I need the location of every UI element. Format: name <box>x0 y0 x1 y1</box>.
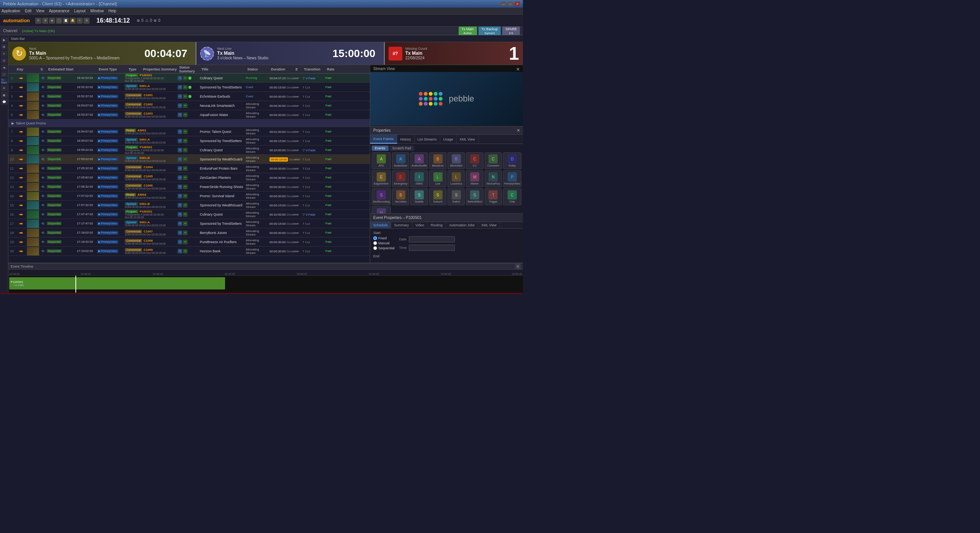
palette-tab-events[interactable]: Events <box>372 146 389 151</box>
tx-backup-button[interactable]: Tx BackupSynced <box>479 26 501 36</box>
sidebar-icon-2[interactable]: ≡ <box>1 51 8 57</box>
sidebar-icon-7[interactable]: ◉ <box>1 92 8 98</box>
ep-tab-automation[interactable]: Automation Jobs <box>446 222 478 228</box>
ep-tab-video[interactable]: Video <box>412 222 428 228</box>
table-row[interactable]: 8 ➡ ⟲ Sequential 16:55:07:02 ▶ PrimaryVi… <box>8 136 370 146</box>
date-input[interactable] <box>409 236 455 242</box>
sidebar-icon-4[interactable]: ◈ <box>1 64 8 70</box>
sidebar-icon-1[interactable]: ⊞ <box>1 44 8 50</box>
palette-item-trigger[interactable]: TTrigger <box>485 188 502 205</box>
table-row[interactable]: 9 ➡ ⟲ Sequential 16:55:22:02 ▶ PrimaryVi… <box>8 146 370 155</box>
table-row[interactable]: 14 ➡ ⟲ Sequential 17:07:02:02 ▶ PrimaryV… <box>8 191 370 201</box>
toolbar-icon-7[interactable]: ≡ <box>77 18 83 24</box>
palette-item-blockend[interactable]: BBlockEnd <box>429 152 446 169</box>
palette-item-emergency[interactable]: EEmergency <box>392 170 409 187</box>
minimize-button[interactable]: — <box>501 2 506 6</box>
sidebar-icon-8[interactable]: 💬 <box>1 99 8 105</box>
table-row[interactable]: 1 ➡ ⟲ Sequential 16:42:22:02 ▶ PrimaryVi… <box>8 74 370 83</box>
palette-item-audiomixer[interactable]: AAudioMixer <box>392 152 409 169</box>
palette-item-subtitle[interactable]: SSubtitle <box>410 188 428 205</box>
ep-tab-routing[interactable]: Routing <box>428 222 446 228</box>
properties-close-button[interactable]: ✕ <box>517 128 520 132</box>
timeline-bar[interactable]: P100S01 ~ ~cx main <box>9 277 225 289</box>
palette-item-blockstart[interactable]: BBlockStart <box>448 152 465 169</box>
sidebar-icon-3[interactable]: ⊙ <box>1 57 8 64</box>
table-row[interactable]: 20 ➡ ⟲ Sequential 17:19:02:02 ▶ PrimaryV… <box>8 247 370 256</box>
time-input[interactable] <box>409 245 455 251</box>
table-row[interactable]: 18 ➡ ⟲ Sequential 17:18:02:02 ▶ PrimaryV… <box>8 228 370 237</box>
table-row[interactable]: ▶ Talent Quest Promo <box>8 119 370 127</box>
palette-item-secvideo[interactable]: SSecVideo <box>392 188 409 205</box>
table-row[interactable]: 16 ➡ ⟲ Sequential 17:07:47:02 ▶ PrimaryV… <box>8 210 370 219</box>
table-row[interactable]: 4 ➡ ⟲ Sequential 16:53:07:02 ▶ PrimaryVi… <box>8 101 370 110</box>
palette-item-comment[interactable]: CComment <box>485 152 502 169</box>
palette-item-chip[interactable]: CChip <box>503 188 521 205</box>
menu-application[interactable]: Application <box>2 9 20 13</box>
palette-item-cc[interactable]: CCC <box>466 152 483 169</box>
timeline-close-button[interactable]: ✕ <box>515 264 521 269</box>
palette-item-vps[interactable]: VVPS <box>372 206 391 213</box>
menu-appearance[interactable]: Appearance <box>49 9 70 13</box>
sidebar-icon-5[interactable]: ⬡ <box>1 71 8 77</box>
palette-item-switch[interactable]: SSwitch <box>448 188 465 205</box>
tab-usage[interactable]: Usage <box>440 135 457 144</box>
fixed-option[interactable]: Fixed <box>373 236 395 240</box>
palette-item-marker[interactable]: MMarker <box>466 170 483 187</box>
menu-window[interactable]: Window <box>90 9 104 13</box>
sequential-option[interactable]: Sequential <box>373 246 395 250</box>
tab-history[interactable]: History <box>397 135 415 144</box>
sidebar-icon-arrow[interactable]: ▶ <box>1 37 8 43</box>
schedule-body[interactable]: 1 ➡ ⟲ Sequential 16:42:22:02 ▶ PrimaryVi… <box>8 74 370 263</box>
palette-item-nevicaplus[interactable]: NNevicaPlus <box>485 170 502 187</box>
table-row[interactable]: 12 ➡ ⟲ Sequential 17:05:62:02 ▶ PrimaryV… <box>8 173 370 182</box>
maximize-button[interactable]: □ <box>508 2 513 6</box>
toolbar-icon-4[interactable]: ◯ <box>56 18 62 24</box>
palette-item-edgestretch[interactable]: EEdgeStretch <box>372 170 391 187</box>
toolbar-icon-3[interactable]: ■ <box>49 18 55 24</box>
palette-item-subunit[interactable]: SSubunit <box>429 188 446 205</box>
toolbar-icon-8[interactable]: ⚙ <box>83 18 90 24</box>
tab-event-palette[interactable]: Event Palette <box>370 135 397 144</box>
table-row[interactable]: 15 ➡ ⟲ Sequential 17:07:32:02 ▶ PrimaryV… <box>8 201 370 210</box>
spare-button[interactable]: SPARE1/1 <box>502 26 520 36</box>
menu-edit[interactable]: Edit <box>25 9 31 13</box>
palette-item-dolby[interactable]: DDolby <box>503 152 521 169</box>
sidebar-icon-tx[interactable]: TxMain <box>1 78 8 84</box>
table-row[interactable]: 7 ➡ ⟲ Sequential 16:54:07:02 ▶ PrimaryVi… <box>8 127 370 136</box>
tab-list-streams[interactable]: List Streams <box>415 135 440 144</box>
close-button[interactable]: ✕ <box>514 2 520 6</box>
menu-view[interactable]: View <box>36 9 44 13</box>
ep-tab-summary[interactable]: Summary <box>391 222 413 228</box>
toolbar-icon-6[interactable]: 🔔 <box>70 18 76 24</box>
window-controls[interactable]: — □ ✕ <box>501 2 520 6</box>
palette-item-switcheffect[interactable]: SSwitchEffect <box>466 188 483 205</box>
palette-item-live[interactable]: LLive <box>429 170 446 187</box>
toolbar-icon-1[interactable]: ⟳ <box>35 18 41 24</box>
palette-item-loudness[interactable]: LLoudness <box>448 170 465 187</box>
palette-item-audioshuffle[interactable]: AAudioShuffle <box>410 152 428 169</box>
tx-main-button[interactable]: Tx MainActive <box>459 26 477 36</box>
table-row[interactable]: 5 ➡ ⟲ Sequential 16:53:37:02 ▶ PrimaryVi… <box>8 110 370 119</box>
table-row[interactable]: 13 ➡ ⟲ Sequential 17:06:32:02 ▶ PrimaryV… <box>8 182 370 191</box>
palette-item-primaryvideo[interactable]: PPrimaryVideo <box>503 170 521 187</box>
palette-item-isims[interactable]: IISIMS <box>410 170 428 187</box>
toolbar-icon-5[interactable]: 📋 <box>63 18 69 24</box>
manual-option[interactable]: Manual <box>373 241 395 245</box>
table-row[interactable]: 2 ➡ ⟲ Sequential 16:52:22:02 ▶ PrimaryVi… <box>8 83 370 92</box>
palette-item-secrecording[interactable]: SSecRecording <box>372 188 391 205</box>
table-row[interactable]: 11 ➡ ⟲ Sequential 17:05:32:02 ▶ PrimaryV… <box>8 164 370 173</box>
table-row[interactable]: 17 ➡ ⟲ Sequential 17:17:47:02 ▶ PrimaryV… <box>8 219 370 228</box>
stream-view-close-button[interactable]: ✕ <box>516 67 520 72</box>
ep-tab-schedule[interactable]: Schedule <box>370 222 391 228</box>
table-row[interactable]: 19 ➡ ⟲ Sequential 17:18:32:02 ▶ PrimaryV… <box>8 237 370 247</box>
palette-item-afd[interactable]: AAFD <box>372 152 391 169</box>
table-row[interactable]: 3 ➡ ⟲ Sequential 16:52:37:02 ▶ PrimaryVi… <box>8 92 370 101</box>
table-row[interactable]: 10 ➡ ⟲ Sequential 17:05:22:02 ▶ PrimaryV… <box>8 155 370 164</box>
ep-tab-xml[interactable]: XML View <box>478 222 500 228</box>
tab-xml-view[interactable]: XML View <box>457 135 479 144</box>
menu-help[interactable]: Help <box>108 9 116 13</box>
toolbar-icon-2[interactable]: ⏸ <box>42 18 48 24</box>
palette-tab-scratch[interactable]: Scratch Pad <box>389 146 414 151</box>
sidebar-icon-6[interactable]: ✦ <box>1 85 8 91</box>
group-expand-icon[interactable]: ▶ <box>11 121 14 125</box>
